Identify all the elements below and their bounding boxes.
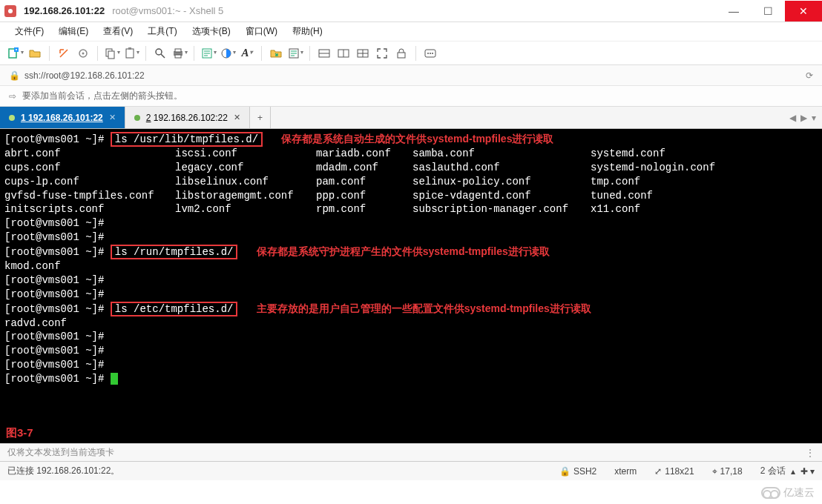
prompt: [root@vms001 ~]#	[4, 246, 104, 258]
separator	[194, 46, 194, 61]
info-bar: ⇨ 要添加当前会话，点击左侧的箭头按钮。	[0, 86, 822, 107]
separator	[97, 46, 98, 61]
tab-prev-icon[interactable]: ◀	[789, 113, 796, 123]
command-2: ls /run/tmpfiles.d/	[111, 245, 238, 259]
paste-icon[interactable]	[123, 45, 139, 62]
minimize-button[interactable]: —	[717, 1, 751, 21]
tab-1-label: 1 192.168.26.101:22	[21, 113, 103, 123]
separator	[415, 46, 416, 61]
annotation-1: 保存都是系统自动生成的文件供systemd-tmpfiles进行读取	[281, 133, 553, 145]
color-scheme-icon[interactable]	[220, 45, 236, 62]
cursor	[111, 373, 118, 385]
svg-rect-18	[398, 53, 405, 58]
copy-icon[interactable]	[104, 45, 120, 62]
svg-rect-5	[108, 51, 114, 59]
menu-bar: 文件(F) 编辑(E) 查看(V) 工具(T) 选项卡(B) 窗口(W) 帮助(…	[0, 22, 822, 42]
properties-icon[interactable]	[200, 45, 217, 62]
menu-window[interactable]: 窗口(W)	[241, 24, 282, 39]
svg-point-21	[430, 53, 431, 54]
maximize-button[interactable]: ☐	[751, 1, 785, 21]
layout-horizontal-icon[interactable]	[316, 45, 332, 62]
print-icon[interactable]	[171, 45, 188, 62]
tab-close-icon[interactable]: ✕	[234, 113, 240, 122]
layout-grid-icon[interactable]	[355, 45, 371, 62]
svg-rect-7	[128, 47, 131, 50]
fullscreen-icon[interactable]	[374, 45, 390, 62]
menu-view[interactable]: 查看(V)	[99, 24, 137, 39]
status-bar: 已连接 192.168.26.101:22。 🔒 SSH2 xterm ⤢ 11…	[0, 461, 822, 480]
send-bar-label: 仅将文本发送到当前选项卡	[7, 446, 114, 459]
terminal[interactable]: [root@vms001 ~]# ls /usr/lib/tmpfiles.d/…	[0, 129, 822, 443]
separator	[145, 46, 146, 61]
figure-label: 图3-7	[6, 425, 33, 440]
status-protocol: 🔒 SSH2	[559, 466, 596, 477]
svg-rect-11	[175, 55, 181, 58]
open-session-icon[interactable]	[27, 45, 43, 62]
command-3: ls /etc/tmpfiles.d/	[111, 302, 238, 316]
tab-2[interactable]: 2 192.168.26.102:22 ✕	[125, 107, 250, 128]
window-title-main: 192.168.26.101:22	[24, 5, 105, 16]
font-icon[interactable]: A	[239, 45, 255, 62]
window-controls: — ☐ ✕	[717, 1, 822, 21]
close-button[interactable]: ✕	[785, 1, 822, 21]
ls-output-2: kmod.conf	[4, 259, 818, 273]
watermark-text: 亿速云	[783, 486, 815, 500]
arrow-icon[interactable]: ⇨	[9, 91, 16, 102]
ls-output-3: radvd.conf	[4, 316, 818, 331]
tab-close-icon[interactable]: ✕	[109, 113, 116, 122]
broadcast-icon[interactable]	[422, 45, 438, 62]
send-bar[interactable]: 仅将文本发送到当前选项卡 ⋮	[0, 443, 822, 461]
tab-nav: ◀ ▶ ▾	[783, 107, 822, 128]
status-sessions: 2 会话 ▴ ✚ ▾	[760, 465, 815, 477]
lock-icon[interactable]	[393, 45, 410, 62]
tab-bar: 1 192.168.26.101:22 ✕ 2 192.168.26.102:2…	[0, 107, 822, 129]
app-icon	[4, 5, 16, 17]
menu-edit[interactable]: 编辑(E)	[54, 24, 93, 39]
menu-file[interactable]: 文件(F)	[10, 24, 48, 39]
tab-menu-icon[interactable]: ▾	[812, 113, 816, 123]
status-size: ⤢ 118x21	[654, 466, 694, 477]
find-icon[interactable]	[152, 45, 168, 62]
svg-point-22	[432, 53, 433, 54]
menu-tools[interactable]: 工具(T)	[143, 24, 181, 39]
annotation-2: 保存都是系统守护进程产生的文件供systemd-tmpfiles进行读取	[257, 245, 550, 257]
separator	[261, 46, 262, 61]
title-bar: 192.168.26.101:22 root@vms001:~ - Xshell…	[0, 0, 822, 22]
svg-point-3	[82, 52, 85, 54]
svg-point-8	[156, 49, 162, 55]
watermark-icon	[761, 487, 780, 499]
tab-add-button[interactable]: +	[250, 107, 271, 128]
ls-output-1: abrt.confiscsi.confmariadb.confsamba.con…	[4, 147, 818, 216]
new-session-icon[interactable]	[7, 45, 24, 62]
prompt: [root@vms001 ~]#	[4, 303, 104, 315]
status-dot-icon	[9, 115, 15, 121]
reconnect-icon[interactable]	[56, 45, 72, 62]
address-url[interactable]: ssh://root@192.168.26.101:22	[24, 70, 145, 81]
status-term: xterm	[614, 466, 637, 477]
separator	[49, 46, 50, 61]
tab-1[interactable]: 1 192.168.26.101:22 ✕	[0, 107, 125, 128]
window-title-sub: root@vms001:~ - Xshell 5	[112, 5, 223, 16]
watermark: 亿速云	[761, 486, 815, 500]
menu-help[interactable]: 帮助(H)	[288, 24, 327, 39]
layout-vertical-icon[interactable]	[335, 45, 352, 62]
refresh-icon[interactable]: ⟳	[806, 70, 813, 81]
tab-2-label: 2 192.168.26.102:22	[146, 113, 228, 123]
transfer-icon[interactable]	[268, 45, 284, 62]
script-icon[interactable]	[287, 45, 303, 62]
status-connection: 已连接 192.168.26.101:22。	[7, 465, 119, 477]
command-1: ls /usr/lib/tmpfiles.d/	[111, 132, 263, 147]
address-bar: 🔒 ssh://root@192.168.26.101:22 ⟳	[0, 65, 822, 86]
prompt: [root@vms001 ~]#	[4, 133, 104, 145]
send-bar-dropdown-icon[interactable]: ⋮	[806, 448, 815, 458]
status-cursor: ⌖ 17,18	[712, 466, 743, 477]
status-dot-icon	[134, 115, 140, 121]
info-hint: 要添加当前会话，点击左侧的箭头按钮。	[22, 90, 183, 102]
tab-next-icon[interactable]: ▶	[800, 113, 807, 123]
svg-point-20	[427, 53, 429, 54]
toolbar: A	[0, 42, 822, 65]
disconnect-icon[interactable]	[75, 45, 91, 62]
lock-small-icon: 🔒	[9, 70, 20, 81]
menu-tabs[interactable]: 选项卡(B)	[188, 24, 235, 39]
svg-rect-6	[126, 49, 134, 58]
